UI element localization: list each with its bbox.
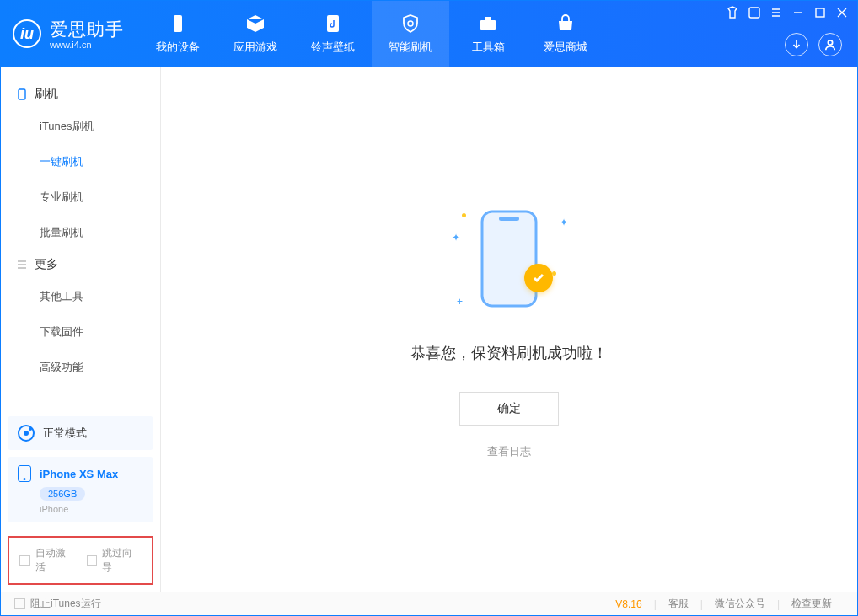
svg-rect-9 (499, 217, 519, 221)
minimize-button[interactable] (791, 6, 805, 19)
checkbox-label: 自动激活 (35, 546, 75, 575)
mode-icon (18, 425, 35, 442)
svg-rect-8 (482, 212, 536, 306)
svg-rect-1 (327, 15, 339, 32)
checkbox-icon (19, 555, 30, 566)
sidebar-item-other-tools[interactable]: 其他工具 (1, 279, 160, 314)
maximize-button[interactable] (813, 6, 827, 19)
tab-apps[interactable]: 应用游戏 (217, 1, 294, 67)
svg-rect-5 (816, 8, 824, 17)
tab-label: 我的设备 (156, 40, 200, 55)
header-action-circles (785, 33, 842, 56)
sparkle-icon: ✦ (560, 217, 568, 228)
sidebar-group-title: 刷机 (35, 87, 58, 102)
toolbox-icon (477, 13, 499, 35)
checkbox-label: 跳过向导 (102, 546, 142, 575)
logo-text: 爱思助手 www.i4.cn (50, 18, 124, 50)
tab-ringtone[interactable]: 铃声壁纸 (294, 1, 372, 67)
feedback-icon[interactable] (748, 6, 761, 19)
sidebar-item-itunes-flash[interactable]: iTunes刷机 (1, 109, 160, 144)
phone-outline-icon (475, 208, 543, 309)
app-window: iu 爱思助手 www.i4.cn 我的设备 应用游戏 铃声壁纸 智能刷机 (0, 0, 858, 616)
device-small-icon (16, 88, 28, 100)
logo-title-cn: 爱思助手 (50, 18, 124, 41)
tab-label: 应用游戏 (233, 40, 277, 55)
music-file-icon (322, 13, 344, 35)
tab-store[interactable]: 爱思商城 (527, 1, 604, 67)
nav-tabs: 我的设备 应用游戏 铃声壁纸 智能刷机 工具箱 爱思商城 (139, 1, 604, 67)
dot-icon (552, 271, 556, 276)
svg-rect-3 (485, 17, 491, 20)
shield-sync-icon (400, 13, 421, 35)
tab-label: 智能刷机 (389, 40, 432, 55)
tab-toolbox[interactable]: 工具箱 (449, 1, 527, 67)
sidebar-item-advanced[interactable]: 高级功能 (1, 350, 160, 385)
view-log-link[interactable]: 查看日志 (487, 444, 531, 459)
sidebar-item-batch-flash[interactable]: 批量刷机 (1, 215, 160, 250)
profile-button[interactable] (818, 33, 842, 56)
checkbox-icon (87, 555, 98, 566)
support-link[interactable]: 客服 (657, 597, 700, 611)
checkbox-auto-activate[interactable]: 自动激活 (19, 546, 75, 575)
tab-label: 爱思商城 (544, 40, 587, 55)
tab-label: 铃声壁纸 (311, 40, 355, 55)
sparkle-icon: + (457, 296, 463, 308)
sparkle-icon: ✦ (452, 232, 460, 244)
sidebar-bottom: 正常模式 iPhone XS Max 256GB iPhone (1, 410, 160, 536)
tab-label: 工具箱 (472, 40, 505, 55)
sidebar-scroll: 刷机 iTunes刷机 一键刷机 专业刷机 批量刷机 更多 其他工具 下载固件 … (1, 67, 160, 410)
mode-label: 正常模式 (43, 426, 87, 441)
logo-icon: iu (13, 19, 41, 48)
logo: iu 爱思助手 www.i4.cn (1, 1, 139, 67)
version-label: V8.16 (615, 598, 653, 610)
mode-card[interactable]: 正常模式 (8, 416, 153, 450)
main-content: ✦ ✦ + 恭喜您，保资料刷机成功啦！ 确定 查看日志 (161, 67, 857, 592)
phone-icon (167, 13, 189, 35)
cube-icon (244, 13, 266, 35)
checkbox-skip-guide[interactable]: 跳过向导 (87, 546, 142, 575)
window-controls (726, 6, 849, 19)
svg-rect-2 (480, 20, 496, 30)
menu-icon[interactable] (770, 6, 783, 19)
skin-icon[interactable] (726, 6, 739, 19)
check-update-link[interactable]: 检查更新 (780, 597, 844, 611)
tab-flash[interactable]: 智能刷机 (372, 1, 449, 67)
sidebar-group-title: 更多 (35, 257, 58, 272)
sidebar-item-oneclick-flash[interactable]: 一键刷机 (1, 144, 160, 179)
sidebar-item-download-firmware[interactable]: 下载固件 (1, 314, 160, 350)
sidebar: 刷机 iTunes刷机 一键刷机 专业刷机 批量刷机 更多 其他工具 下载固件 … (1, 67, 161, 592)
dot-icon (462, 213, 466, 217)
checkbox-block-itunes[interactable]: 阻止iTunes运行 (14, 597, 101, 611)
wechat-link[interactable]: 微信公众号 (703, 597, 777, 611)
header: iu 爱思助手 www.i4.cn 我的设备 应用游戏 铃声壁纸 智能刷机 (1, 1, 857, 67)
sidebar-group-flash: 刷机 (1, 80, 160, 109)
device-type: iPhone (40, 504, 143, 514)
sidebar-group-more: 更多 (1, 250, 160, 279)
success-title: 恭喜您，保资料刷机成功啦！ (410, 343, 608, 363)
ok-button[interactable]: 确定 (459, 392, 559, 426)
checkbox-icon (14, 598, 25, 609)
svg-rect-4 (749, 8, 759, 18)
close-button[interactable] (835, 6, 849, 19)
logo-title-en: www.i4.cn (50, 40, 124, 50)
device-icon (18, 465, 31, 482)
check-badge-icon (524, 264, 553, 292)
tab-my-device[interactable]: 我的设备 (139, 1, 217, 67)
options-box: 自动激活 跳过向导 (8, 536, 153, 585)
store-icon (555, 13, 576, 35)
storage-badge: 256GB (40, 487, 85, 501)
list-icon (16, 259, 28, 271)
sidebar-item-pro-flash[interactable]: 专业刷机 (1, 179, 160, 215)
success-illustration: ✦ ✦ + (450, 200, 568, 318)
download-button[interactable] (785, 33, 808, 56)
svg-point-6 (828, 40, 832, 45)
body: 刷机 iTunes刷机 一键刷机 专业刷机 批量刷机 更多 其他工具 下载固件 … (1, 67, 857, 592)
device-card[interactable]: iPhone XS Max 256GB iPhone (8, 457, 153, 522)
footer: 阻止iTunes运行 V8.16 | 客服 | 微信公众号 | 检查更新 (1, 592, 857, 615)
checkbox-label: 阻止iTunes运行 (30, 597, 101, 611)
svg-rect-0 (174, 15, 182, 32)
svg-rect-7 (19, 89, 25, 99)
device-name: iPhone XS Max (40, 468, 118, 480)
